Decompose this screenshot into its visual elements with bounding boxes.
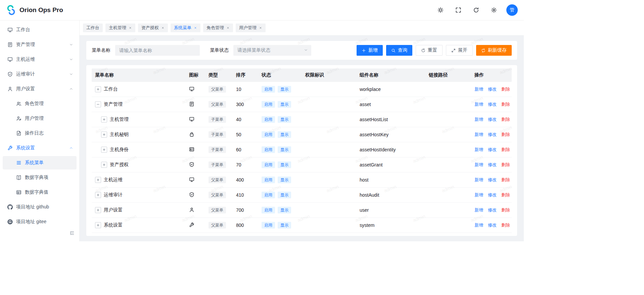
- sidebar-item-project-gitee[interactable]: 项目地址 gitee: [3, 215, 77, 229]
- reset-button[interactable]: 重置: [416, 45, 443, 56]
- tab-role-management[interactable]: 角色管理: [203, 23, 233, 32]
- status-visible-tag: 显示: [278, 161, 291, 168]
- query-button[interactable]: 查询: [386, 45, 412, 56]
- sidebar-item-label: 数据字典值: [25, 189, 73, 195]
- collapse-row-button[interactable]: [95, 101, 101, 107]
- tab-asset-grant[interactable]: 资产授权: [138, 23, 168, 32]
- sidebar-item-host-ops[interactable]: 主机运维: [3, 53, 77, 66]
- expand-row-button[interactable]: [101, 147, 107, 153]
- reload-button[interactable]: [471, 5, 481, 15]
- tab-system-menu[interactable]: 系统菜单: [171, 23, 200, 32]
- sidebar-item-user-management[interactable]: 用户管理: [3, 112, 77, 125]
- tab-workbench[interactable]: 工作台: [83, 23, 103, 32]
- add-row-action[interactable]: 新增: [474, 207, 483, 212]
- refresh-cache-button[interactable]: 刷新缓存: [476, 45, 512, 56]
- sidebar-item-user-settings[interactable]: 用户设置: [3, 82, 77, 96]
- edit-row-action[interactable]: 修改: [488, 162, 497, 167]
- add-row-action[interactable]: 新增: [474, 102, 483, 107]
- sidebar-item-ops-audit[interactable]: 运维审计: [3, 67, 77, 81]
- edit-row-action[interactable]: 修改: [488, 117, 497, 122]
- delete-row-action[interactable]: 删除: [501, 87, 510, 92]
- sort-value: 800: [233, 218, 258, 233]
- add-row-action[interactable]: 新增: [474, 87, 483, 92]
- desktop-icon: [189, 177, 194, 182]
- delete-row-action[interactable]: 删除: [501, 223, 510, 228]
- add-row-action[interactable]: 新增: [474, 177, 483, 182]
- tool-icon: [7, 145, 13, 151]
- sidebar-collapse-button[interactable]: [69, 230, 75, 237]
- avatar[interactable]: 管: [506, 4, 518, 16]
- fullscreen-button[interactable]: [453, 5, 464, 15]
- expand-row-button[interactable]: [95, 207, 101, 213]
- header-actions: 管: [435, 4, 518, 16]
- close-icon[interactable]: [259, 26, 262, 30]
- tab-user-management[interactable]: 用户管理: [236, 23, 266, 32]
- menu-name-text: 资产授权: [110, 162, 129, 168]
- menu-name-input[interactable]: [115, 45, 200, 56]
- permission-value: [302, 233, 356, 236]
- theme-button[interactable]: [435, 5, 446, 15]
- add-row-action[interactable]: 新增: [474, 132, 483, 137]
- sidebar-item-system-menu[interactable]: 系统菜单: [3, 156, 77, 169]
- gitee-icon: [7, 219, 13, 225]
- user-icon: [189, 207, 194, 212]
- expand-row-button[interactable]: [95, 222, 101, 228]
- sidebar-item-asset-management[interactable]: 资产管理: [3, 38, 77, 51]
- desktop-icon: [189, 86, 194, 92]
- delete-row-action[interactable]: 删除: [501, 192, 510, 197]
- expand-row-button[interactable]: [95, 177, 101, 183]
- delete-row-action[interactable]: 删除: [501, 117, 510, 122]
- close-icon[interactable]: [161, 26, 165, 30]
- close-icon[interactable]: [194, 26, 197, 30]
- edit-row-action[interactable]: 修改: [488, 147, 497, 152]
- close-icon[interactable]: [226, 26, 230, 30]
- sidebar-item-data-dict-item[interactable]: 数据字典项: [3, 171, 77, 184]
- edit-row-action[interactable]: 修改: [488, 102, 497, 107]
- logo[interactable]: Orion Ops Pro: [6, 5, 63, 15]
- expand-row-button[interactable]: [95, 86, 101, 92]
- add-row-action[interactable]: 新增: [474, 223, 483, 228]
- expand-row-button[interactable]: [101, 132, 107, 138]
- gear-icon: [491, 7, 497, 13]
- sidebar-item-system-settings[interactable]: 系统设置: [3, 141, 77, 155]
- edit-row-action[interactable]: 修改: [488, 177, 497, 182]
- table-row: 主机管理子菜单40启用显示assetHostList新增修改删除: [92, 112, 512, 127]
- edit-row-action[interactable]: 修改: [488, 87, 497, 92]
- expand-row-button[interactable]: [95, 192, 101, 198]
- sidebar-item-operation-log[interactable]: 操作日志: [3, 127, 77, 140]
- delete-row-action[interactable]: 删除: [501, 147, 510, 152]
- add-row-action[interactable]: 新增: [474, 162, 483, 167]
- status-visible-tag: 显示: [278, 207, 291, 213]
- table-row: 项目地址 github父菜单1000启用显示https://github.com…: [92, 233, 512, 236]
- add-row-action[interactable]: 新增: [474, 147, 483, 152]
- status-enabled-tag: 启用: [262, 86, 275, 93]
- edit-row-action[interactable]: 修改: [488, 223, 497, 228]
- add-row-action[interactable]: 新增: [474, 192, 483, 197]
- sidebar-item-project-github[interactable]: 项目地址 github: [3, 200, 77, 214]
- close-icon[interactable]: [129, 26, 132, 30]
- edit-row-action[interactable]: 修改: [488, 192, 497, 197]
- sidebar-item-data-dict-value[interactable]: 数据字典值: [3, 186, 77, 199]
- delete-row-action[interactable]: 删除: [501, 177, 510, 182]
- tab-host-management[interactable]: 主机管理: [105, 23, 135, 32]
- edit-row-action[interactable]: 修改: [488, 132, 497, 137]
- menu-table: 菜单名称图标类型排序状态权限标识组件名称链接路径操作工作台父菜单10启用显示wo…: [92, 68, 512, 236]
- expand-row-button[interactable]: [101, 162, 107, 168]
- sidebar-item-workbench[interactable]: 工作台: [3, 23, 77, 37]
- sort-value: 10: [233, 82, 258, 97]
- sidebar-item-role-management[interactable]: 角色管理: [3, 97, 77, 110]
- settings-button[interactable]: [489, 5, 499, 15]
- delete-row-action[interactable]: 删除: [501, 132, 510, 137]
- expand-button[interactable]: 展开: [446, 45, 473, 56]
- status-enabled-tag: 启用: [262, 101, 275, 108]
- menu-status-select[interactable]: 请选择菜单状态: [233, 45, 311, 56]
- add-button[interactable]: 新增: [357, 45, 383, 56]
- add-row-action[interactable]: 新增: [474, 117, 483, 122]
- sort-value: 700: [233, 203, 258, 218]
- delete-row-action[interactable]: 删除: [501, 162, 510, 167]
- edit-row-action[interactable]: 修改: [488, 207, 497, 212]
- delete-row-action[interactable]: 删除: [501, 102, 510, 107]
- expand-row-button[interactable]: [101, 116, 107, 122]
- link-path: [425, 203, 471, 218]
- delete-row-action[interactable]: 删除: [501, 207, 510, 212]
